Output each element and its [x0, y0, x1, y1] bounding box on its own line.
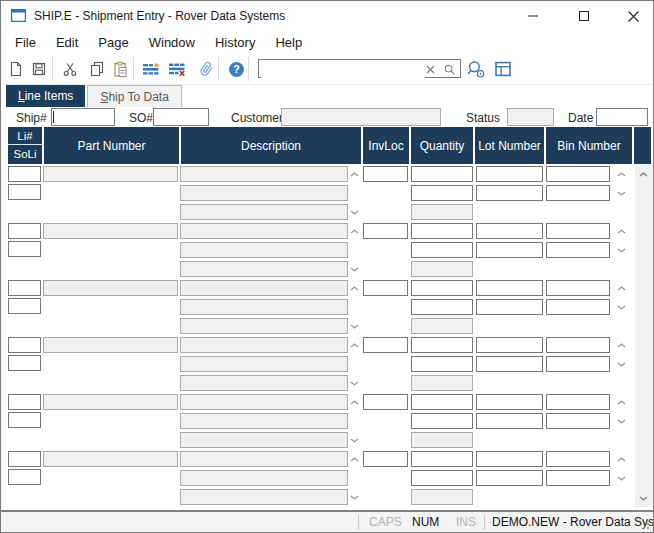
soli-number-cell[interactable]	[8, 184, 41, 200]
lot-number-cell-line2[interactable]	[476, 356, 543, 372]
invloc-cell[interactable]	[363, 451, 408, 467]
description-scroll-down-icon[interactable]	[348, 433, 361, 447]
invloc-cell[interactable]	[363, 280, 408, 296]
lot-bin-scroll-down-icon[interactable]	[615, 471, 628, 485]
bin-number-cell-line2[interactable]	[546, 185, 610, 201]
scrollbar-up-icon[interactable]	[635, 166, 652, 182]
lot-number-cell-line1[interactable]	[476, 280, 543, 296]
description-scroll-up-icon[interactable]	[348, 281, 361, 295]
line-item-row	[1, 393, 654, 450]
lot-number-cell-line1[interactable]	[476, 451, 543, 467]
lot-bin-scroll-up-icon[interactable]	[615, 338, 628, 352]
bin-number-cell-line1[interactable]	[546, 451, 610, 467]
vertical-scrollbar[interactable]	[635, 165, 652, 507]
invloc-cell[interactable]	[363, 166, 408, 182]
invloc-cell[interactable]	[363, 223, 408, 239]
lot-bin-scroll-up-icon[interactable]	[615, 452, 628, 466]
quantity-cell-line2[interactable]	[411, 242, 473, 258]
description-scroll-up-icon[interactable]	[348, 338, 361, 352]
description-scroll-down-icon[interactable]	[348, 376, 361, 390]
quantity-total-cell	[411, 375, 473, 391]
part-number-cell	[43, 451, 178, 467]
lot-number-cell-line1[interactable]	[476, 394, 543, 410]
invloc-cell[interactable]	[363, 394, 408, 410]
bin-number-cell-line1[interactable]	[546, 337, 610, 353]
bin-number-cell-line1[interactable]	[546, 394, 610, 410]
lot-number-cell-line1[interactable]	[476, 166, 543, 182]
quantity-total-cell	[411, 204, 473, 220]
bin-number-cell-line1[interactable]	[546, 223, 610, 239]
lot-bin-scroll-up-icon[interactable]	[615, 224, 628, 238]
lot-number-cell-line2[interactable]	[476, 299, 543, 315]
lot-number-cell-line2[interactable]	[476, 185, 543, 201]
bin-number-cell-line1[interactable]	[546, 280, 610, 296]
soli-number-cell[interactable]	[8, 241, 41, 257]
description-scroll-up-icon[interactable]	[348, 395, 361, 409]
description-cell-line2	[180, 185, 348, 201]
lot-bin-scroll-up-icon[interactable]	[615, 395, 628, 409]
lot-number-cell-line2[interactable]	[476, 470, 543, 486]
lot-bin-scroll-up-icon[interactable]	[615, 281, 628, 295]
description-cell-line3	[180, 489, 348, 505]
quantity-total-cell	[411, 318, 473, 334]
lot-bin-scroll-down-icon[interactable]	[615, 414, 628, 428]
quantity-cell-line1[interactable]	[411, 280, 473, 296]
description-scroll-down-icon[interactable]	[348, 319, 361, 333]
quantity-cell-line2[interactable]	[411, 299, 473, 315]
soli-number-cell[interactable]	[8, 412, 41, 428]
li-number-cell[interactable]	[8, 280, 41, 296]
description-cell-line3	[180, 432, 348, 448]
lot-bin-scroll-down-icon[interactable]	[615, 357, 628, 371]
description-scroll-up-icon[interactable]	[348, 167, 361, 181]
description-cell-line2	[180, 356, 348, 372]
li-number-cell[interactable]	[8, 337, 41, 353]
bin-number-cell-line2[interactable]	[546, 299, 610, 315]
li-number-cell[interactable]	[8, 166, 41, 182]
line-item-row	[1, 336, 654, 393]
lot-bin-scroll-down-icon[interactable]	[615, 186, 628, 200]
quantity-cell-line2[interactable]	[411, 470, 473, 486]
soli-number-cell[interactable]	[8, 469, 41, 485]
bin-number-cell-line2[interactable]	[546, 356, 610, 372]
lot-bin-scroll-down-icon[interactable]	[615, 300, 628, 314]
description-cell-line1	[180, 280, 348, 296]
quantity-cell-line2[interactable]	[411, 185, 473, 201]
lot-number-cell-line2[interactable]	[476, 413, 543, 429]
bin-number-cell-line2[interactable]	[546, 413, 610, 429]
lot-number-cell-line2[interactable]	[476, 242, 543, 258]
lot-number-cell-line1[interactable]	[476, 337, 543, 353]
soli-number-cell[interactable]	[8, 298, 41, 314]
soli-number-cell[interactable]	[8, 355, 41, 371]
quantity-cell-line1[interactable]	[411, 223, 473, 239]
quantity-total-cell	[411, 489, 473, 505]
bin-number-cell-line1[interactable]	[546, 166, 610, 182]
quantity-cell-line2[interactable]	[411, 356, 473, 372]
description-scroll-up-icon[interactable]	[348, 224, 361, 238]
quantity-cell-line1[interactable]	[411, 337, 473, 353]
description-scroll-down-icon[interactable]	[348, 262, 361, 276]
bin-number-cell-line2[interactable]	[546, 470, 610, 486]
part-number-cell	[43, 394, 178, 410]
invloc-cell[interactable]	[363, 337, 408, 353]
session-status-message: DEMO.NEW - Rover Data Systems	[492, 512, 654, 533]
li-number-cell[interactable]	[8, 223, 41, 239]
quantity-cell-line1[interactable]	[411, 394, 473, 410]
description-cell-line2	[180, 242, 348, 258]
line-item-row	[1, 165, 654, 222]
quantity-cell-line1[interactable]	[411, 166, 473, 182]
description-scroll-down-icon[interactable]	[348, 205, 361, 219]
bin-number-cell-line2[interactable]	[546, 242, 610, 258]
lot-number-cell-line1[interactable]	[476, 223, 543, 239]
part-number-cell	[43, 280, 178, 296]
description-scroll-up-icon[interactable]	[348, 452, 361, 466]
quantity-cell-line1[interactable]	[411, 451, 473, 467]
quantity-cell-line2[interactable]	[411, 413, 473, 429]
description-scroll-down-icon[interactable]	[348, 490, 361, 504]
lot-bin-scroll-down-icon[interactable]	[615, 243, 628, 257]
li-number-cell[interactable]	[8, 451, 41, 467]
li-number-cell[interactable]	[8, 394, 41, 410]
resize-grip-icon[interactable]	[642, 521, 651, 530]
description-cell-line2	[180, 299, 348, 315]
scrollbar-down-icon[interactable]	[635, 490, 652, 506]
lot-bin-scroll-up-icon[interactable]	[615, 167, 628, 181]
